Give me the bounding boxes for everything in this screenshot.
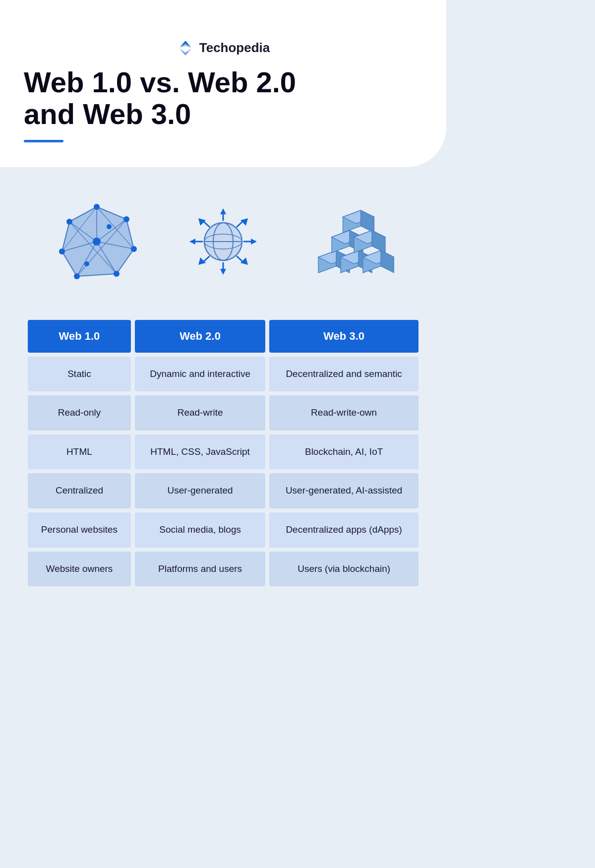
logo-text: Techopedia <box>199 40 270 56</box>
svg-marker-1 <box>179 49 191 56</box>
web2-icon-container <box>169 192 278 291</box>
svg-point-26 <box>74 273 80 279</box>
globe-icon <box>178 199 268 284</box>
svg-point-23 <box>123 216 129 222</box>
main-title: Web 1.0 vs. Web 2.0 and Web 3.0 <box>24 66 422 130</box>
svg-marker-43 <box>251 239 257 245</box>
title-underline <box>24 140 63 142</box>
svg-marker-66 <box>372 230 385 252</box>
svg-line-48 <box>203 256 209 262</box>
table-row: Personal websites <box>28 512 131 548</box>
logo-area: Techopedia <box>24 25 422 66</box>
svg-line-50 <box>237 256 243 262</box>
col-header-web1: Web 1.0 <box>28 320 131 353</box>
table-row: Blockchain, AI, IoT <box>269 434 418 470</box>
col-header-web2: Web 2.0 <box>135 320 265 353</box>
network-icon <box>52 199 141 284</box>
svg-point-30 <box>84 261 89 266</box>
svg-line-44 <box>203 221 209 227</box>
col-header-web3: Web 3.0 <box>269 320 418 353</box>
table-row: Social media, blogs <box>135 512 265 548</box>
svg-point-28 <box>66 219 72 225</box>
techopedia-logo-icon <box>177 39 194 57</box>
web3-icon-container <box>295 192 404 291</box>
svg-line-46 <box>237 221 243 227</box>
svg-point-31 <box>107 224 112 229</box>
table-row: Users (via blockchain) <box>269 552 418 587</box>
svg-point-27 <box>59 248 65 254</box>
table-row: Read-write-own <box>269 395 418 431</box>
comparison-table: Web 1.0 Web 2.0 Web 3.0 StaticDynamic an… <box>24 316 422 591</box>
table-row: Platforms and users <box>135 552 265 587</box>
svg-point-29 <box>93 238 101 246</box>
svg-marker-60 <box>381 250 394 273</box>
table-row: Centralized <box>28 473 131 508</box>
header-section: Techopedia Web 1.0 vs. Web 2.0 and Web 3… <box>0 0 446 167</box>
svg-marker-41 <box>189 239 195 245</box>
icons-section <box>24 167 422 311</box>
table-row: HTML <box>28 434 131 470</box>
table-row: Static <box>28 357 131 392</box>
table-row: User-generated, AI-assisted <box>269 473 418 508</box>
table-row: Decentralized apps (dApps) <box>269 512 418 548</box>
table-row: Decentralized and semantic <box>269 357 418 392</box>
web1-icon-container <box>42 192 151 291</box>
table-row: Read-write <box>135 395 265 431</box>
svg-point-25 <box>114 271 119 277</box>
table-row: Read-only <box>28 395 131 431</box>
svg-point-24 <box>131 246 137 252</box>
svg-marker-39 <box>220 269 226 275</box>
table-row: User-generated <box>135 473 265 508</box>
table-row: HTML, CSS, JavaScript <box>135 434 265 470</box>
svg-point-22 <box>94 204 100 210</box>
table-row: Dynamic and interactive <box>135 357 265 392</box>
svg-marker-37 <box>220 208 226 214</box>
blockchain-icon <box>305 199 394 284</box>
svg-marker-69 <box>360 210 374 233</box>
page-wrapper: Techopedia Web 1.0 vs. Web 2.0 and Web 3… <box>0 0 446 868</box>
table-row: Website owners <box>28 552 131 587</box>
